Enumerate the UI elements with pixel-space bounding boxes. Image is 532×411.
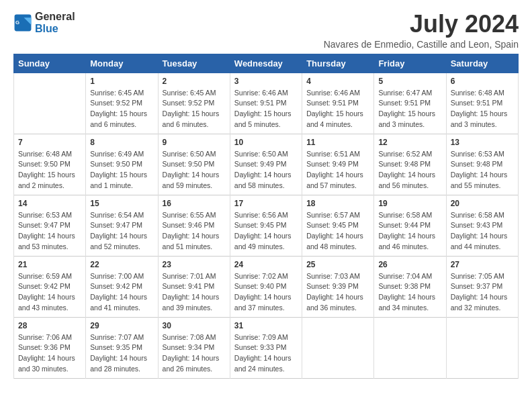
calendar-cell: 10Sunrise: 6:50 AMSunset: 9:49 PMDayligh… <box>230 134 302 195</box>
calendar-cell: 4Sunrise: 6:46 AMSunset: 9:51 PMDaylight… <box>302 73 374 134</box>
cell-details: Sunrise: 6:50 AMSunset: 9:50 PMDaylight:… <box>163 149 226 191</box>
day-number: 6 <box>451 77 514 86</box>
day-number: 18 <box>306 199 369 208</box>
logo-text: General Blue <box>35 11 75 34</box>
day-number: 15 <box>90 199 153 208</box>
day-number: 24 <box>234 260 298 269</box>
calendar-cell: 9Sunrise: 6:50 AMSunset: 9:50 PMDaylight… <box>158 134 230 195</box>
cell-details: Sunrise: 6:52 AMSunset: 9:48 PMDaylight:… <box>378 149 441 191</box>
cell-details: Sunrise: 6:48 AMSunset: 9:51 PMDaylight:… <box>451 88 514 130</box>
calendar-cell: 15Sunrise: 6:54 AMSunset: 9:47 PMDayligh… <box>86 195 158 256</box>
day-number: 11 <box>306 138 369 147</box>
cell-details: Sunrise: 6:47 AMSunset: 9:51 PMDaylight:… <box>378 88 441 130</box>
day-number: 14 <box>18 199 81 208</box>
calendar-cell: 23Sunrise: 7:01 AMSunset: 9:41 PMDayligh… <box>158 256 230 317</box>
cell-details: Sunrise: 6:45 AMSunset: 9:52 PMDaylight:… <box>90 88 153 130</box>
day-number: 30 <box>163 321 226 330</box>
month-title: July 2024 <box>324 11 519 38</box>
calendar-header-row: SundayMondayTuesdayWednesdayThursdayFrid… <box>14 54 519 73</box>
cell-details: Sunrise: 7:01 AMSunset: 9:41 PMDaylight:… <box>163 271 226 314</box>
calendar-table: SundayMondayTuesdayWednesdayThursdayFrid… <box>13 54 519 379</box>
day-number: 23 <box>163 260 226 269</box>
calendar-cell <box>302 317 374 378</box>
calendar-cell <box>14 73 86 134</box>
day-number: 19 <box>378 199 441 208</box>
day-number: 17 <box>234 199 298 208</box>
calendar-cell: 16Sunrise: 6:55 AMSunset: 9:46 PMDayligh… <box>158 195 230 256</box>
day-number: 16 <box>163 199 226 208</box>
calendar-cell: 19Sunrise: 6:58 AMSunset: 9:44 PMDayligh… <box>374 195 446 256</box>
header-cell-sunday: Sunday <box>14 54 86 73</box>
cell-details: Sunrise: 6:57 AMSunset: 9:45 PMDaylight:… <box>306 210 369 253</box>
cell-details: Sunrise: 6:58 AMSunset: 9:43 PMDaylight:… <box>451 210 514 253</box>
day-number: 7 <box>18 138 81 147</box>
day-number: 22 <box>90 260 153 269</box>
calendar-cell: 28Sunrise: 7:06 AMSunset: 9:36 PMDayligh… <box>14 317 86 378</box>
cell-details: Sunrise: 7:07 AMSunset: 9:35 PMDaylight:… <box>90 332 153 375</box>
svg-text:G: G <box>15 19 19 25</box>
day-number: 28 <box>18 321 81 330</box>
day-number: 5 <box>378 77 441 86</box>
calendar-cell: 5Sunrise: 6:47 AMSunset: 9:51 PMDaylight… <box>374 73 446 134</box>
calendar-cell: 24Sunrise: 7:02 AMSunset: 9:40 PMDayligh… <box>230 256 302 317</box>
calendar-week-4: 28Sunrise: 7:06 AMSunset: 9:36 PMDayligh… <box>14 317 519 378</box>
day-number: 12 <box>378 138 441 147</box>
cell-details: Sunrise: 7:02 AMSunset: 9:40 PMDaylight:… <box>234 271 298 314</box>
cell-details: Sunrise: 7:09 AMSunset: 9:33 PMDaylight:… <box>234 332 298 375</box>
cell-details: Sunrise: 6:50 AMSunset: 9:49 PMDaylight:… <box>234 149 298 191</box>
day-number: 9 <box>163 138 226 147</box>
calendar-cell: 7Sunrise: 6:48 AMSunset: 9:50 PMDaylight… <box>14 134 86 195</box>
location-subtitle: Navares de Enmedio, Castille and Leon, S… <box>324 39 519 50</box>
day-number: 4 <box>306 77 369 86</box>
page-header: G General Blue July 2024 Navares de Enme… <box>13 11 519 50</box>
day-number: 26 <box>378 260 441 269</box>
calendar-cell: 12Sunrise: 6:52 AMSunset: 9:48 PMDayligh… <box>374 134 446 195</box>
calendar-cell: 27Sunrise: 7:05 AMSunset: 9:37 PMDayligh… <box>446 256 518 317</box>
title-area: July 2024 Navares de Enmedio, Castille a… <box>324 11 519 50</box>
day-number: 25 <box>306 260 369 269</box>
calendar-cell: 21Sunrise: 6:59 AMSunset: 9:42 PMDayligh… <box>14 256 86 317</box>
cell-details: Sunrise: 6:59 AMSunset: 9:42 PMDaylight:… <box>18 271 81 314</box>
logo-icon: G <box>13 13 32 32</box>
cell-details: Sunrise: 7:03 AMSunset: 9:39 PMDaylight:… <box>306 271 369 314</box>
calendar-cell <box>374 317 446 378</box>
cell-details: Sunrise: 6:56 AMSunset: 9:45 PMDaylight:… <box>234 210 298 253</box>
logo: G General Blue <box>13 11 75 34</box>
calendar-cell: 29Sunrise: 7:07 AMSunset: 9:35 PMDayligh… <box>86 317 158 378</box>
day-number: 20 <box>451 199 514 208</box>
day-number: 2 <box>163 77 226 86</box>
day-number: 13 <box>451 138 514 147</box>
calendar-cell: 13Sunrise: 6:53 AMSunset: 9:48 PMDayligh… <box>446 134 518 195</box>
calendar-week-0: 1Sunrise: 6:45 AMSunset: 9:52 PMDaylight… <box>14 73 519 134</box>
cell-details: Sunrise: 7:00 AMSunset: 9:42 PMDaylight:… <box>90 271 153 314</box>
calendar-cell: 22Sunrise: 7:00 AMSunset: 9:42 PMDayligh… <box>86 256 158 317</box>
cell-details: Sunrise: 7:06 AMSunset: 9:36 PMDaylight:… <box>18 332 81 375</box>
calendar-cell: 30Sunrise: 7:08 AMSunset: 9:34 PMDayligh… <box>158 317 230 378</box>
calendar-cell: 25Sunrise: 7:03 AMSunset: 9:39 PMDayligh… <box>302 256 374 317</box>
cell-details: Sunrise: 6:58 AMSunset: 9:44 PMDaylight:… <box>378 210 441 253</box>
calendar-cell: 3Sunrise: 6:46 AMSunset: 9:51 PMDaylight… <box>230 73 302 134</box>
cell-details: Sunrise: 6:46 AMSunset: 9:51 PMDaylight:… <box>234 88 298 130</box>
cell-details: Sunrise: 6:48 AMSunset: 9:50 PMDaylight:… <box>18 149 81 191</box>
day-number: 27 <box>451 260 514 269</box>
calendar-cell: 11Sunrise: 6:51 AMSunset: 9:49 PMDayligh… <box>302 134 374 195</box>
cell-details: Sunrise: 7:04 AMSunset: 9:38 PMDaylight:… <box>378 271 441 314</box>
calendar-week-1: 7Sunrise: 6:48 AMSunset: 9:50 PMDaylight… <box>14 134 519 195</box>
calendar-body: 1Sunrise: 6:45 AMSunset: 9:52 PMDaylight… <box>14 73 519 378</box>
calendar-cell: 20Sunrise: 6:58 AMSunset: 9:43 PMDayligh… <box>446 195 518 256</box>
cell-details: Sunrise: 6:54 AMSunset: 9:47 PMDaylight:… <box>90 210 153 253</box>
calendar-cell: 2Sunrise: 6:45 AMSunset: 9:52 PMDaylight… <box>158 73 230 134</box>
calendar-week-3: 21Sunrise: 6:59 AMSunset: 9:42 PMDayligh… <box>14 256 519 317</box>
calendar-cell: 26Sunrise: 7:04 AMSunset: 9:38 PMDayligh… <box>374 256 446 317</box>
header-cell-friday: Friday <box>374 54 446 73</box>
cell-details: Sunrise: 6:45 AMSunset: 9:52 PMDaylight:… <box>163 88 226 130</box>
cell-details: Sunrise: 6:51 AMSunset: 9:49 PMDaylight:… <box>306 149 369 191</box>
calendar-cell: 31Sunrise: 7:09 AMSunset: 9:33 PMDayligh… <box>230 317 302 378</box>
cell-details: Sunrise: 6:49 AMSunset: 9:50 PMDaylight:… <box>90 149 153 191</box>
cell-details: Sunrise: 6:53 AMSunset: 9:47 PMDaylight:… <box>18 210 81 253</box>
calendar-week-2: 14Sunrise: 6:53 AMSunset: 9:47 PMDayligh… <box>14 195 519 256</box>
cell-details: Sunrise: 6:53 AMSunset: 9:48 PMDaylight:… <box>451 149 514 191</box>
cell-details: Sunrise: 7:05 AMSunset: 9:37 PMDaylight:… <box>451 271 514 314</box>
calendar-cell <box>446 317 518 378</box>
header-cell-monday: Monday <box>86 54 158 73</box>
